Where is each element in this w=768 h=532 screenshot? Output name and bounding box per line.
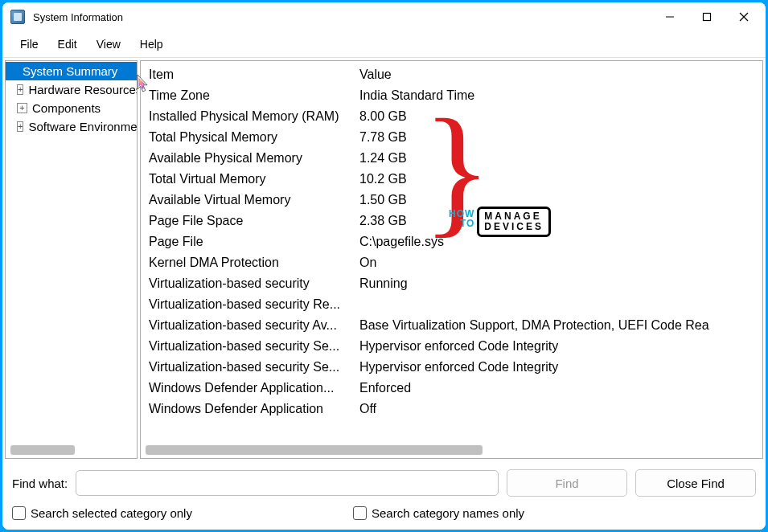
window-controls: [651, 4, 762, 30]
cell-value: 1.24 GB: [359, 151, 754, 166]
grid-row[interactable]: Virtualization-based securityRunning: [149, 273, 754, 294]
close-button[interactable]: [725, 4, 762, 30]
grid-row[interactable]: Time ZoneIndia Standard Time: [149, 85, 754, 106]
expand-icon[interactable]: +: [17, 84, 23, 95]
grid-row[interactable]: Kernel DMA ProtectionOn: [149, 252, 754, 273]
window-title: System Information: [33, 11, 651, 23]
tree-horizontal-scrollbar[interactable]: [10, 445, 132, 455]
cell-item: Available Physical Memory: [149, 151, 359, 166]
cell-value: C:\pagefile.sys: [359, 235, 754, 249]
column-header-item[interactable]: Item: [149, 68, 359, 82]
tree-item-label: System Summary: [23, 64, 117, 78]
content-area: System Summary + Hardware Resources + Co…: [2, 58, 766, 461]
tree-content: System Summary + Hardware Resources + Co…: [6, 61, 137, 442]
maximize-button[interactable]: [688, 4, 725, 30]
cell-value: Off: [359, 402, 754, 416]
menu-edit[interactable]: Edit: [48, 35, 87, 54]
titlebar: System Information: [2, 2, 766, 31]
checkbox-label: Search category names only: [372, 506, 524, 520]
grid-row[interactable]: Available Virtual Memory1.50 GB: [149, 190, 754, 211]
grid-row[interactable]: Total Virtual Memory10.2 GB: [149, 169, 754, 190]
grid-row[interactable]: Virtualization-based security Se...Hyper…: [149, 336, 754, 357]
grid-row[interactable]: Page FileC:\pagefile.sys: [149, 231, 754, 252]
cell-item: Time Zone: [149, 88, 359, 103]
tree-item-hardware-resources[interactable]: + Hardware Resources: [6, 80, 137, 99]
cell-value: On: [359, 256, 754, 270]
find-panel: Find what: Find Close Find Search select…: [2, 461, 766, 530]
cell-item: Installed Physical Memory (RAM): [149, 109, 359, 124]
grid-row[interactable]: Total Physical Memory7.78 GB: [149, 127, 754, 148]
grid-row[interactable]: Page File Space2.38 GB: [149, 211, 754, 231]
cell-item: Virtualization-based security: [149, 276, 359, 291]
cell-item: Available Virtual Memory: [149, 193, 359, 207]
cell-item: Windows Defender Application...: [149, 381, 359, 395]
system-information-window: System Information File Edit View Help: [2, 2, 766, 530]
cell-item: Windows Defender Application: [149, 402, 359, 416]
grid-header[interactable]: Item Value: [149, 64, 754, 85]
grid-row[interactable]: Installed Physical Memory (RAM)8.00 GB: [149, 106, 754, 127]
detail-horizontal-scrollbar[interactable]: [146, 445, 758, 455]
svg-rect-1: [704, 14, 711, 21]
minimize-button[interactable]: [651, 4, 688, 30]
menu-view[interactable]: View: [87, 35, 130, 54]
cell-value: Running: [359, 276, 754, 291]
detail-grid: Item Value Time ZoneIndia Standard TimeI…: [141, 61, 762, 445]
menubar: File Edit View Help: [2, 31, 766, 58]
cell-value: India Standard Time: [359, 88, 754, 103]
grid-row[interactable]: Windows Defender ApplicationOff: [149, 399, 754, 419]
cell-item: Virtualization-based security Re...: [149, 297, 359, 312]
grid-row[interactable]: Available Physical Memory1.24 GB: [149, 148, 754, 169]
tree-item-components[interactable]: + Components: [6, 99, 137, 117]
menu-file[interactable]: File: [10, 35, 48, 54]
cell-value: 2.38 GB: [359, 214, 754, 228]
cell-value: Base Virtualization Support, DMA Protect…: [359, 318, 754, 333]
close-find-button[interactable]: Close Find: [635, 469, 756, 497]
tree-item-label: Components: [32, 101, 101, 115]
cell-value: Hypervisor enforced Code Integrity: [359, 339, 754, 354]
grid-row[interactable]: Virtualization-based security Se...Hyper…: [149, 357, 754, 378]
cell-value: 7.78 GB: [359, 130, 754, 145]
cell-item: Virtualization-based security Av...: [149, 318, 359, 333]
cell-value: Enforced: [359, 381, 754, 395]
find-button[interactable]: Find: [507, 469, 627, 497]
scrollbar-thumb[interactable]: [146, 445, 483, 455]
tree-item-label: Hardware Resources: [28, 83, 137, 96]
checkbox-label: Search selected category only: [31, 506, 192, 520]
menu-help[interactable]: Help: [130, 35, 173, 54]
cell-item: Kernel DMA Protection: [149, 256, 359, 270]
find-label: Find what:: [12, 477, 68, 490]
cell-value: 10.2 GB: [359, 172, 754, 186]
cell-item: Total Physical Memory: [149, 130, 359, 145]
checkbox-search-category-names[interactable]: Search category names only: [353, 506, 524, 520]
cell-value: 1.50 GB: [359, 193, 754, 207]
expand-icon[interactable]: +: [17, 103, 27, 113]
find-input[interactable]: [76, 470, 499, 496]
tree-item-label: Software Environment: [28, 120, 137, 133]
checkbox-icon[interactable]: [353, 506, 367, 520]
cell-value: 8.00 GB: [359, 109, 754, 124]
tree-item-system-summary[interactable]: System Summary: [6, 62, 137, 80]
grid-row[interactable]: Virtualization-based security Re...: [149, 294, 754, 315]
app-icon: [10, 10, 25, 24]
cell-item: Page File: [149, 235, 359, 249]
cell-item: Virtualization-based security Se...: [149, 339, 359, 354]
tree-item-software-environment[interactable]: + Software Environment: [6, 117, 137, 136]
cell-item: Total Virtual Memory: [149, 172, 359, 186]
cell-item: Page File Space: [149, 214, 359, 228]
expand-icon[interactable]: +: [17, 121, 23, 132]
scrollbar-thumb[interactable]: [10, 445, 75, 455]
cell-value: Hypervisor enforced Code Integrity: [359, 360, 754, 374]
grid-row[interactable]: Virtualization-based security Av...Base …: [149, 315, 754, 336]
grid-row[interactable]: Windows Defender Application...Enforced: [149, 378, 754, 399]
detail-pane: Item Value Time ZoneIndia Standard TimeI…: [140, 60, 763, 459]
checkbox-icon[interactable]: [12, 506, 26, 520]
checkbox-search-selected-category[interactable]: Search selected category only: [12, 506, 192, 520]
tree-pane: System Summary + Hardware Resources + Co…: [5, 60, 138, 459]
cell-item: Virtualization-based security Se...: [149, 360, 359, 374]
column-header-value[interactable]: Value: [359, 68, 754, 82]
